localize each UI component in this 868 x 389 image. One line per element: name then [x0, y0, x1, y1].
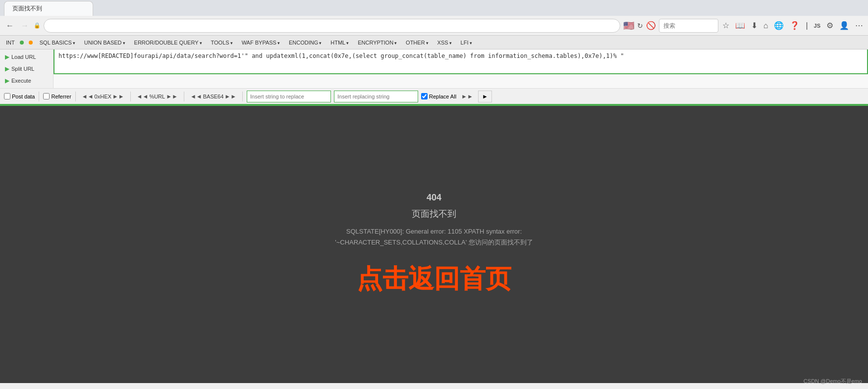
- profile-icon[interactable]: 👤: [838, 20, 850, 31]
- help-icon[interactable]: ❓: [789, 20, 801, 31]
- hackbar-menu: INT SQL BASICS UNION BASED ERROR/DOUBLE …: [0, 36, 868, 49]
- flag-icon: 🇺🇸: [623, 20, 634, 31]
- menu-waf-bypass[interactable]: WAF BYPASS: [238, 38, 284, 47]
- hackbar-url-area: https://www[REDACTED]fourapi/api/data/se…: [54, 49, 868, 88]
- menu-xss[interactable]: XSS: [434, 38, 456, 47]
- hex-label: 0xHEX: [95, 94, 111, 99]
- go-button[interactable]: ►: [478, 91, 492, 102]
- url-encode-arrow[interactable]: ►►: [166, 93, 178, 100]
- replace-go-arrow[interactable]: ►►: [461, 93, 473, 100]
- main-content: 404 页面找不到 SQLSTATE[HY000]: General error…: [0, 106, 868, 383]
- referrer-checkbox[interactable]: [43, 93, 50, 99]
- active-tab[interactable]: 页面找不到: [4, 1, 93, 16]
- url-label: %URL: [149, 94, 165, 99]
- separator-5: [242, 92, 243, 101]
- int-label: INT: [4, 40, 17, 46]
- forward-button[interactable]: →: [19, 20, 31, 31]
- execute-label: Execute: [11, 78, 31, 84]
- separator-3: [130, 92, 131, 101]
- menu-encryption[interactable]: ENCRYPTION: [354, 38, 401, 47]
- url-decode-arrow[interactable]: ◄◄: [137, 93, 149, 100]
- extension-icon[interactable]: ⚙: [825, 20, 834, 31]
- base64-encode-group: ◄◄ BASE64 ►►: [188, 92, 238, 101]
- hex-encode-arrow[interactable]: ►►: [112, 93, 124, 100]
- home-icon[interactable]: ⌂: [762, 20, 769, 31]
- base64-decode-arrow[interactable]: ◄◄: [190, 93, 202, 100]
- separator-icon: |: [805, 20, 809, 31]
- block-button[interactable]: 🚫: [646, 21, 656, 30]
- reader-icon[interactable]: 📖: [734, 20, 746, 31]
- hex-decode-arrow[interactable]: ◄◄: [82, 93, 94, 100]
- execute-icon: ▶: [5, 77, 9, 84]
- error-detail-1: SQLSTATE[HY000]: General error: 1105 XPA…: [335, 228, 533, 235]
- post-data-checkbox[interactable]: [4, 93, 10, 99]
- replace-all-checkbox[interactable]: [421, 93, 428, 99]
- load-url-button[interactable]: ▶ Load URL: [2, 51, 51, 62]
- bookmark-icon[interactable]: ☆: [721, 20, 730, 31]
- hex-encode-group: ◄◄ 0xHEX ►►: [80, 92, 126, 101]
- split-url-label: Split URL: [11, 66, 34, 72]
- back-button[interactable]: ←: [4, 20, 16, 31]
- replace-go-group: ►►: [459, 92, 475, 101]
- post-data-checkbox-label[interactable]: Post data: [4, 93, 35, 99]
- menu-html[interactable]: HTML: [326, 38, 353, 47]
- address-bar-row: ← → 🔒 https://www[REDACTED]fourapi/api/d…: [0, 16, 868, 36]
- hackbar-sidebar: ▶ Load URL ▶ Split URL ▶ Execute: [0, 49, 54, 88]
- load-url-label: Load URL: [11, 54, 36, 60]
- globe-icon[interactable]: 🌐: [773, 20, 785, 31]
- browser-toolbar-icons: ☆ 📖 ⬇ ⌂ 🌐 ❓ | JS ⚙ 👤 ⋯: [721, 20, 864, 31]
- reload-button[interactable]: ↻: [637, 22, 643, 30]
- referrer-checkbox-label[interactable]: Referrer: [43, 93, 71, 99]
- menu-union-based[interactable]: UNION BASED: [80, 38, 129, 47]
- menu-other[interactable]: OTHER: [402, 38, 433, 47]
- referrer-label: Referrer: [51, 94, 71, 99]
- orange-dot-icon: [29, 41, 33, 45]
- error-detail-2: '~CHARACTER_SETS,COLLATIONS,COLLA' 您访问的页…: [335, 238, 533, 247]
- hackbar-toolbar: Post data Referrer ◄◄ 0xHEX ►► ◄◄ %URL ►…: [0, 88, 868, 105]
- execute-button[interactable]: ▶ Execute: [2, 75, 51, 86]
- hackbar-body: ▶ Load URL ▶ Split URL ▶ Execute https:/…: [0, 49, 868, 88]
- hackbar-url-input[interactable]: https://www[REDACTED]fourapi/api/data/se…: [54, 49, 868, 74]
- error-code: 404: [335, 193, 533, 203]
- replace-string-input[interactable]: [247, 91, 331, 102]
- tab-bar: 页面找不到: [0, 0, 868, 16]
- separator-1: [39, 92, 39, 101]
- replacing-string-input[interactable]: [334, 91, 418, 102]
- error-container: 404 页面找不到 SQLSTATE[HY000]: General error…: [315, 173, 553, 316]
- base64-label: BASE64: [203, 94, 224, 99]
- menu-tools[interactable]: TOOLS: [207, 38, 237, 47]
- replace-all-checkbox-label[interactable]: Replace All: [421, 93, 456, 99]
- menu-icon[interactable]: ⋯: [854, 20, 864, 31]
- split-url-button[interactable]: ▶ Split URL: [2, 63, 51, 74]
- green-dot-icon: [20, 41, 24, 45]
- menu-error-double-query[interactable]: ERROR/DOUBLE QUERY: [130, 38, 206, 47]
- address-input[interactable]: https://www[REDACTED]fourapi/api/data/se…: [44, 19, 620, 33]
- split-url-icon: ▶: [5, 65, 9, 72]
- replace-all-label: Replace All: [429, 94, 456, 99]
- lock-icon: 🔒: [34, 22, 41, 29]
- browser-chrome: 页面找不到 ← → 🔒 https://www[REDACTED]fourapi…: [0, 0, 868, 36]
- load-url-icon: ▶: [5, 53, 9, 60]
- separator-4: [184, 92, 184, 101]
- download-icon[interactable]: ⬇: [750, 20, 759, 31]
- js-icon[interactable]: JS: [813, 22, 821, 30]
- search-input[interactable]: [659, 19, 718, 33]
- post-data-label: Post data: [12, 94, 35, 99]
- home-link[interactable]: 点击返回首页: [357, 264, 511, 293]
- menu-sql-basics[interactable]: SQL BASICS: [36, 38, 79, 47]
- error-title: 页面找不到: [335, 208, 533, 220]
- hackbar-extension: INT SQL BASICS UNION BASED ERROR/DOUBLE …: [0, 36, 868, 106]
- menu-lfi[interactable]: LFI: [457, 38, 476, 47]
- base64-encode-arrow[interactable]: ►►: [224, 93, 236, 100]
- separator-2: [75, 92, 76, 101]
- menu-encoding[interactable]: ENCODING: [285, 38, 326, 47]
- url-encode-group: ◄◄ %URL ►►: [135, 92, 180, 101]
- watermark: CSDN @Demo不是emo: [804, 378, 862, 383]
